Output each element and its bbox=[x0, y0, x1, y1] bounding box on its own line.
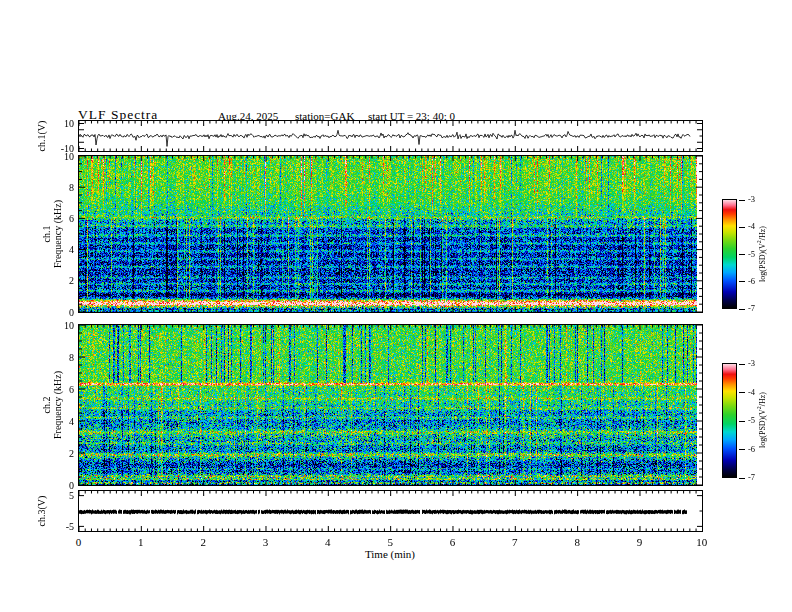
colorbar-tick-label: -7 bbox=[748, 304, 755, 313]
ytick-label: 2 bbox=[44, 448, 74, 459]
xtick-label: 9 bbox=[626, 536, 652, 548]
xtick-label: 6 bbox=[439, 536, 465, 548]
colorbar-label-pre: log(PSD)(V bbox=[758, 409, 767, 448]
ytick-label: 10 bbox=[44, 151, 74, 162]
ch1-waveform-canvas bbox=[79, 121, 697, 151]
colorbar-label-pre: log(PSD)(V bbox=[758, 243, 767, 282]
ch2-channel-label: ch.2 bbox=[41, 371, 52, 439]
colorbar-tick-label: -6 bbox=[748, 445, 755, 454]
colorbar-tick bbox=[739, 421, 745, 422]
colorbar-tick-label: -6 bbox=[748, 277, 755, 286]
ch2-frequency-ylabel: ch.2 Frequency (kHz) bbox=[41, 371, 63, 439]
colorbar-tick bbox=[739, 281, 745, 282]
xtick-label: 1 bbox=[128, 536, 154, 548]
colorbar-tick-label: -5 bbox=[748, 250, 755, 259]
xtick-label: 3 bbox=[252, 536, 278, 548]
ytick-label: 8 bbox=[44, 352, 74, 363]
colorbar-tick-label: -3 bbox=[748, 359, 755, 368]
xtick-label: 0 bbox=[66, 536, 92, 548]
colorbar-tick bbox=[739, 478, 745, 479]
colorbar-tick bbox=[739, 392, 745, 393]
ytick-label: 10 bbox=[44, 320, 74, 331]
time-axis-title: Time (min) bbox=[330, 548, 450, 560]
ytick-label: 5 bbox=[44, 490, 74, 501]
ytick-label: 0 bbox=[44, 480, 74, 491]
ytick-label: 10 bbox=[44, 118, 74, 129]
colorbar-ch1-label: log(PSD)(V2/Hz) bbox=[754, 226, 768, 282]
colorbar-tick-label: -3 bbox=[748, 195, 755, 204]
ytick-label: 2 bbox=[44, 275, 74, 286]
ch2-frequency-axis-label: Frequency (kHz) bbox=[52, 371, 63, 439]
xtick-label: 10 bbox=[689, 536, 715, 548]
ch3-waveform-canvas bbox=[79, 491, 697, 531]
ytick-label: 8 bbox=[44, 182, 74, 193]
colorbar-ch2-label: log(PSD)(V2/Hz) bbox=[754, 392, 768, 448]
colorbar-tick bbox=[739, 254, 745, 255]
colorbar-label-post: /Hz) bbox=[758, 226, 767, 240]
ch3-voltage-panel bbox=[78, 490, 703, 532]
colorbar-tick-label: -4 bbox=[748, 222, 755, 231]
colorbar-label-sup: 2 bbox=[756, 406, 762, 409]
xtick-label: 7 bbox=[502, 536, 528, 548]
ch1-spectrogram-canvas bbox=[79, 156, 697, 312]
colorbar-tick bbox=[739, 200, 745, 201]
ytick-label: -5 bbox=[44, 521, 74, 532]
colorbar-tick bbox=[739, 449, 745, 450]
ch2-spectrogram-panel bbox=[78, 324, 703, 486]
ch2-spectrogram-canvas bbox=[79, 325, 697, 485]
colorbar-label-sup: 2 bbox=[756, 240, 762, 243]
vlf-spectra-figure: VLF Spectra Aug.24, 2025 station=GAK sta… bbox=[0, 0, 792, 612]
ytick-label: 4 bbox=[44, 416, 74, 427]
colorbar-tick bbox=[739, 227, 745, 228]
colorbar-ch2 bbox=[722, 363, 737, 478]
ytick-label: 6 bbox=[44, 213, 74, 224]
colorbar-tick-label: -5 bbox=[748, 416, 755, 425]
ytick-label: 0 bbox=[44, 307, 74, 318]
ch1-frequency-ylabel: ch.1 Frequency (kHz) bbox=[41, 200, 63, 268]
colorbar-tick bbox=[739, 364, 745, 365]
ytick-label: 6 bbox=[44, 384, 74, 395]
ch1-channel-label: ch.1 bbox=[41, 200, 52, 268]
ch1-frequency-axis-label: Frequency (kHz) bbox=[52, 200, 63, 268]
xtick-label: 4 bbox=[315, 536, 341, 548]
xtick-label: 8 bbox=[564, 536, 590, 548]
ytick-label: 4 bbox=[44, 244, 74, 255]
ch1-voltage-panel bbox=[78, 120, 703, 152]
colorbar-ch1 bbox=[722, 199, 737, 309]
colorbar-tick-label: -4 bbox=[748, 388, 755, 397]
colorbar-tick bbox=[739, 309, 745, 310]
ch1-spectrogram-panel bbox=[78, 155, 703, 313]
xtick-label: 2 bbox=[190, 536, 216, 548]
colorbar-label-post: /Hz) bbox=[758, 392, 767, 406]
xtick-label: 5 bbox=[377, 536, 403, 548]
colorbar-tick-label: -7 bbox=[748, 473, 755, 482]
